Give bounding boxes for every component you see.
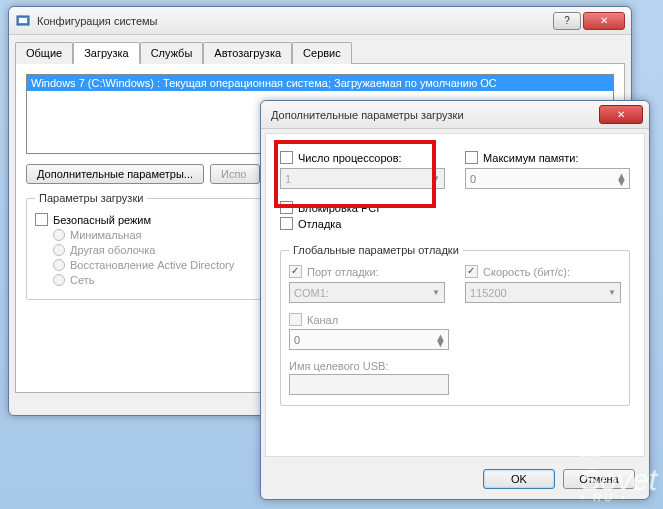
- channel-spinner: 0 ▲▼: [289, 329, 449, 350]
- dialog-window-buttons: ✕: [599, 105, 643, 124]
- checkbox-icon: [35, 213, 48, 226]
- safe-mode-checkbox[interactable]: Безопасный режим: [35, 213, 277, 226]
- baudrate-checkbox: Скорость (бит/с):: [465, 265, 621, 278]
- debugport-combo: COM1: ▼: [289, 282, 445, 303]
- numproc-label: Число процессоров:: [298, 152, 402, 164]
- usb-label: Имя целевого USB:: [289, 360, 621, 372]
- ok-button[interactable]: OK: [483, 469, 555, 489]
- checkbox-icon: [465, 151, 478, 164]
- dialog-buttons: OK Отмена: [261, 461, 649, 501]
- radio-minimal: Минимальная: [53, 229, 277, 241]
- maxmem-checkbox[interactable]: Максимум памяти:: [465, 151, 630, 164]
- tab-services[interactable]: Службы: [140, 42, 204, 64]
- usb-target-input: [289, 374, 449, 395]
- boot-options-legend: Параметры загрузки: [35, 192, 147, 204]
- debug-group-legend: Глобальные параметры отладки: [289, 244, 463, 256]
- use-button-partial[interactable]: Испо: [210, 164, 260, 184]
- radio-icon: [53, 259, 65, 271]
- help-button[interactable]: ?: [553, 12, 581, 30]
- tab-startup[interactable]: Автозагрузка: [203, 42, 292, 64]
- checkbox-icon: [280, 217, 293, 230]
- dialog-title: Дополнительные параметры загрузки: [267, 109, 599, 121]
- baudrate-label: Скорость (бит/с):: [483, 266, 570, 278]
- checkbox-icon: [465, 265, 478, 278]
- maxmem-spinner[interactable]: 0 ▲▼: [465, 168, 630, 189]
- channel-label: Канал: [307, 314, 338, 326]
- svg-rect-1: [19, 18, 27, 23]
- channel-checkbox: Канал: [289, 313, 621, 326]
- numproc-combo[interactable]: 1 ▼: [280, 168, 445, 189]
- maxmem-label: Максимум памяти:: [483, 152, 579, 164]
- debug-checkbox[interactable]: Отладка: [280, 217, 630, 230]
- radio-altshell: Другая оболочка: [53, 244, 277, 256]
- checkbox-icon: [280, 201, 293, 214]
- checkbox-icon: [280, 151, 293, 164]
- tab-strip: Общие Загрузка Службы Автозагрузка Серви…: [15, 41, 625, 63]
- tab-tools[interactable]: Сервис: [292, 42, 352, 64]
- debugport-label: Порт отладки:: [307, 266, 379, 278]
- safe-mode-label: Безопасный режим: [53, 214, 151, 226]
- tab-boot[interactable]: Загрузка: [73, 42, 139, 64]
- app-icon: [15, 13, 31, 29]
- window-buttons: ? ✕: [553, 12, 625, 30]
- dialog-close-button[interactable]: ✕: [599, 105, 643, 124]
- close-button[interactable]: ✕: [583, 12, 625, 30]
- baudrate-combo: 115200 ▼: [465, 282, 621, 303]
- pcilock-checkbox[interactable]: Блокировка PCI: [280, 201, 630, 214]
- cancel-button[interactable]: Отмена: [563, 469, 635, 489]
- debug-label: Отладка: [298, 218, 341, 230]
- radio-icon: [53, 229, 65, 241]
- titlebar: Конфигурация системы ? ✕: [9, 7, 631, 35]
- debugport-checkbox: Порт отладки:: [289, 265, 445, 278]
- pcilock-label: Блокировка PCI: [298, 202, 379, 214]
- advanced-options-button[interactable]: Дополнительные параметры...: [26, 164, 204, 184]
- chevron-down-icon: ▼: [432, 288, 440, 297]
- checkbox-icon: [289, 265, 302, 278]
- radio-icon: [53, 274, 65, 286]
- chevron-down-icon: ▼: [432, 174, 440, 183]
- window-title: Конфигурация системы: [37, 15, 553, 27]
- advanced-boot-dialog: Дополнительные параметры загрузки ✕ Числ…: [260, 100, 650, 500]
- spinner-arrows-icon: ▲▼: [616, 173, 627, 185]
- radio-icon: [53, 244, 65, 256]
- debug-group: Глобальные параметры отладки Порт отладк…: [280, 244, 630, 406]
- radio-network: Сеть: [53, 274, 277, 286]
- dialog-titlebar: Дополнительные параметры загрузки ✕: [261, 101, 649, 129]
- checkbox-icon: [289, 313, 302, 326]
- radio-adrepair: Восстановление Active Directory: [53, 259, 277, 271]
- tab-general[interactable]: Общие: [15, 42, 73, 64]
- spinner-arrows-icon: ▲▼: [435, 334, 446, 346]
- boot-entry-selected[interactable]: Windows 7 (C:\Windows) : Текущая операци…: [27, 75, 613, 91]
- chevron-down-icon: ▼: [608, 288, 616, 297]
- boot-options-group: Параметры загрузки Безопасный режим Мини…: [26, 192, 286, 300]
- numproc-checkbox[interactable]: Число процессоров:: [280, 151, 445, 164]
